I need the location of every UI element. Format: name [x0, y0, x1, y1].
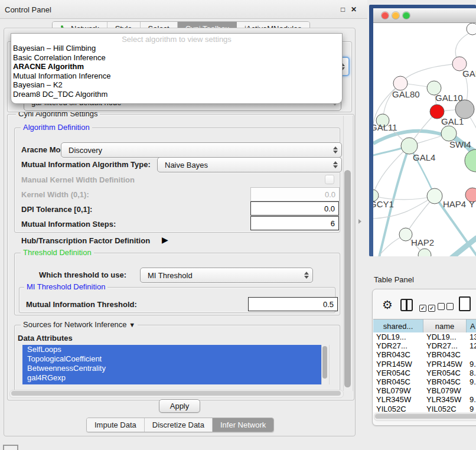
network-canvas[interactable]: GALGAL80GAL10GAL1GAL11SWI4GAL4GCY1HAP4YH… — [373, 23, 476, 256]
table-cell[interactable]: 9. — [467, 360, 476, 369]
which-threshold-combo[interactable]: MI Threshold — [140, 268, 313, 283]
data-attributes-list[interactable]: SelfLoopsTopologicalCoefficientBetweenne… — [22, 345, 321, 384]
table-panel: ⚙ ✓✓ shared... name A YDL19...YDL19...13… — [372, 289, 476, 426]
table-cell[interactable]: YDL19... — [373, 332, 423, 341]
table-cell[interactable]: 9. — [467, 395, 476, 404]
table-cell[interactable]: YBR043C — [423, 350, 467, 359]
close-icon[interactable]: ✕ — [351, 5, 357, 14]
float-window-icon[interactable]: □ — [341, 5, 345, 14]
which-threshold-value: MI Threshold — [141, 271, 301, 280]
table-cell[interactable]: YBL079W — [373, 386, 423, 395]
network-node-label: GAL80 — [392, 89, 420, 99]
table-row[interactable]: YER054CYER054C8. — [373, 369, 476, 377]
table-row[interactable]: YBL079WYBL079W — [373, 386, 476, 395]
dropdown-item[interactable]: Bayesian – K2 — [11, 80, 342, 90]
attribute-list-item[interactable]: gal4RGexp — [22, 373, 321, 383]
mi-steps-input[interactable]: 6 — [250, 216, 339, 230]
tab-impute-data[interactable]: Impute Data — [87, 418, 145, 432]
column-header-name[interactable]: name — [423, 319, 467, 332]
table-cell[interactable]: YBR045C — [423, 377, 467, 386]
attributes-scrollbar-thumb[interactable] — [322, 346, 327, 379]
table-hscrollbar-thumb[interactable] — [375, 414, 476, 419]
table-cell[interactable]: YIL052C — [423, 405, 467, 412]
table-cell[interactable]: YBR043C — [373, 350, 423, 359]
network-node[interactable] — [465, 149, 476, 172]
network-node[interactable] — [467, 23, 476, 35]
dropdown-item[interactable]: ARACNE Algorithm — [11, 62, 342, 71]
table-cell[interactable]: YDL19... — [423, 332, 467, 341]
table-row[interactable]: YBR045CYBR045C9. — [373, 377, 476, 386]
network-node-label: GAL11 — [373, 122, 397, 132]
minimize-traffic-light-icon[interactable] — [392, 12, 399, 19]
table-cell[interactable]: YER054C — [373, 369, 423, 377]
hub-expand-arrow-icon[interactable]: ▶ — [162, 235, 168, 244]
table-cell[interactable]: 8. — [467, 369, 476, 377]
deselect-all-columns-icon[interactable] — [438, 302, 455, 312]
hub-definition-label[interactable]: Hub/Transcription Factor Definition — [21, 236, 150, 245]
table-cell[interactable]: YDR27... — [373, 341, 423, 350]
settings-hscrollbar-thumb[interactable] — [11, 391, 341, 396]
combo-stepper-icon — [330, 146, 341, 154]
sources-title[interactable]: Sources for Network Inference ▼ — [21, 320, 138, 329]
table-cell[interactable]: YBR045C — [373, 377, 423, 386]
table-row[interactable]: YBR043CYBR043C — [373, 350, 476, 359]
panel-splitter-handle[interactable] — [358, 219, 361, 224]
network-graph[interactable]: GALGAL80GAL10GAL1GAL11SWI4GAL4GCY1HAP4YH… — [373, 23, 476, 256]
table-cell[interactable]: 9 — [467, 405, 476, 412]
manual-kernel-width-checkbox[interactable] — [325, 175, 334, 184]
table-cell[interactable]: YDR27... — [423, 341, 467, 350]
table-cell[interactable]: YBL079W — [423, 386, 467, 395]
app-screen: Control Panel □ ✕ Network Style Select C… — [0, 0, 476, 450]
table-cell[interactable]: YER054C — [423, 369, 467, 377]
table-cell[interactable]: YLR345W — [423, 395, 467, 404]
attribute-list-item[interactable]: TopologicalCoefficient — [22, 354, 321, 364]
mi-threshold-input[interactable]: 0.5 — [248, 297, 338, 311]
table-row[interactable]: YPR145WYPR145W9. — [373, 360, 476, 369]
table-cell[interactable]: YPR145W — [423, 360, 467, 369]
zoom-traffic-light-icon[interactable] — [403, 12, 410, 19]
column-header-shared-name[interactable]: shared... — [373, 319, 423, 332]
network-node[interactable] — [393, 76, 407, 90]
table-row[interactable]: YDR27...YDR27...12 — [373, 341, 476, 350]
table-cell[interactable]: YPR145W — [373, 360, 423, 369]
network-window-titlebar[interactable] — [373, 8, 476, 23]
column-layout-icon[interactable] — [400, 299, 413, 311]
column-header-partial[interactable]: A — [467, 319, 476, 332]
apply-button[interactable]: Apply — [159, 399, 200, 413]
network-node-label: GAL10 — [435, 93, 463, 103]
dropdown-item[interactable]: Mutual Information Inference — [11, 71, 342, 81]
export-table-icon[interactable] — [459, 296, 471, 311]
table-cell[interactable]: 13 — [467, 332, 476, 341]
table-row[interactable]: YIL052CYIL052C9 — [373, 405, 476, 413]
minimized-panel-icon[interactable] — [3, 445, 18, 450]
table-row[interactable]: YLR345WYLR345W9. — [373, 395, 476, 404]
table-cell[interactable]: YLR345W — [373, 395, 423, 404]
kernel-width-input[interactable]: 0.0 — [250, 187, 340, 201]
table-cell[interactable]: YIL052C — [373, 405, 423, 412]
tab-discretize-data[interactable]: Discretize Data — [145, 418, 213, 432]
table-body[interactable]: YDL19...YDL19...13YDR27...YDR27...12YBR0… — [373, 332, 476, 412]
table-cell[interactable]: 12 — [467, 341, 476, 350]
dropdown-item[interactable]: Basic Correlation Inference — [11, 53, 342, 63]
gear-icon[interactable]: ⚙ — [382, 298, 393, 312]
select-all-columns-icon[interactable]: ✓✓ — [419, 302, 437, 312]
table-row[interactable]: YDL19...YDL19...13 — [373, 332, 476, 341]
attribute-list-item[interactable]: SelfLoops — [22, 345, 321, 354]
network-edge[interactable] — [400, 64, 459, 83]
attribute-list-item[interactable]: BetweennessCentrality — [22, 364, 321, 373]
settings-scrollbar-thumb[interactable] — [344, 170, 351, 387]
sources-collapse-arrow-icon[interactable]: ▼ — [129, 321, 135, 328]
network-node[interactable] — [427, 188, 442, 204]
close-traffic-light-icon[interactable] — [382, 12, 389, 19]
combo-stepper-icon — [301, 272, 312, 279]
dpi-tolerance-input[interactable]: 0.0 — [250, 201, 339, 216]
table-cell[interactable]: 9. — [467, 377, 476, 386]
dropdown-item[interactable]: Dream8 DC_TDC Algorithm — [11, 90, 342, 99]
tab-infer-network[interactable]: Infer Network — [213, 418, 273, 432]
aracne-mode-combo[interactable]: Discovery — [61, 142, 342, 158]
network-node[interactable] — [399, 228, 412, 241]
network-view-window[interactable]: GALGAL80GAL10GAL1GAL11SWI4GAL4GCY1HAP4YH… — [369, 5, 476, 256]
network-node[interactable] — [401, 138, 418, 154]
dropdown-item[interactable]: Bayesian – Hill Climbing — [11, 44, 342, 53]
mi-algorithm-type-combo[interactable]: Naive Bayes — [157, 157, 342, 172]
